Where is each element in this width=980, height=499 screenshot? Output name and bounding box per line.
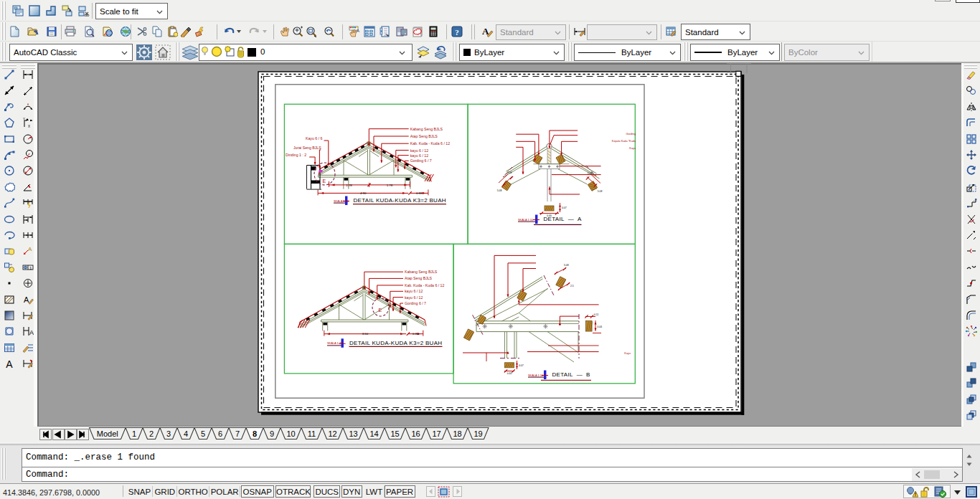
svg-text:16: 16 (411, 429, 420, 438)
svg-text:5.08: 5.08 (588, 172, 593, 175)
svg-text:3: 3 (166, 429, 171, 438)
svg-text:?: ? (455, 28, 459, 37)
svg-text:DETAIL — B: DETAIL — B (552, 371, 590, 378)
svg-text:kayu 6 / 12: kayu 6 / 12 (410, 148, 428, 153)
svg-text:17: 17 (432, 429, 440, 438)
svg-text:X: X (28, 125, 30, 128)
svg-text:5.08: 5.08 (507, 171, 512, 174)
svg-text:Kabang Seng BJLS: Kabang Seng BJLS (405, 270, 438, 274)
svg-text:0.80: 0.80 (413, 332, 419, 336)
svg-text:Kepala Kuda *Kuda: Kepala Kuda *Kuda (612, 140, 636, 143)
svg-text:Gording: Gording (626, 133, 636, 136)
svg-text:8: 8 (253, 429, 257, 438)
svg-text:Jurai Seng BJLS: Jurai Seng BJLS (293, 146, 321, 150)
svg-text:6: 6 (218, 429, 222, 438)
svg-text:14: 14 (369, 429, 378, 438)
svg-text:A: A (6, 358, 13, 370)
svg-text:Gording 6 / 7: Gording 6 / 7 (410, 158, 432, 163)
svg-text:Dinding 1 : 2: Dinding 1 : 2 (286, 153, 306, 157)
svg-text:Kabang Seng BJLS: Kabang Seng BJLS (410, 127, 443, 131)
svg-text:Y: Y (23, 118, 25, 121)
svg-text:A: A (28, 246, 32, 252)
svg-text:A: A (24, 295, 29, 304)
svg-text:5: 5 (201, 429, 205, 438)
svg-text:19: 19 (473, 429, 482, 438)
svg-text:12: 12 (328, 429, 336, 438)
svg-text:0.07: 0.07 (562, 206, 567, 209)
svg-text:Kayu 6 / 6: Kayu 6 / 6 (306, 136, 322, 141)
svg-text:DETAIL KUDA-KUDA K3=2 BUAH: DETAIL KUDA-KUDA K3=2 BUAH (354, 197, 446, 204)
svg-text:DETAIL — A: DETAIL — A (544, 216, 583, 222)
svg-text:0.07: 0.07 (519, 364, 524, 367)
svg-text:11: 11 (308, 429, 316, 438)
svg-text:5.08: 5.08 (497, 189, 502, 192)
svg-text:A: A (357, 29, 359, 33)
svg-text:15: 15 (390, 429, 399, 438)
svg-text:7: 7 (235, 429, 240, 438)
svg-text:1.78: 1.78 (387, 184, 393, 187)
svg-text:Gording 6 / 7: Gording 6 / 7 (405, 301, 426, 305)
svg-text:3.50: 3.50 (362, 332, 369, 336)
svg-text:kayu 6 / 12: kayu 6 / 12 (405, 295, 423, 300)
svg-text:kayu 6 / 12: kayu 6 / 12 (410, 153, 428, 158)
svg-text:0.44: 0.44 (598, 325, 603, 328)
svg-text:5.08: 5.08 (564, 264, 569, 267)
svg-text:kayu 6 / 12: kayu 6 / 12 (405, 289, 423, 293)
svg-text:0.11: 0.11 (594, 313, 598, 316)
svg-text:2.5: 2.5 (570, 285, 574, 287)
svg-text:2: 2 (149, 429, 154, 438)
svg-text:DETAIL KUDA-KUDA K3=2 BUAH: DETAIL KUDA-KUDA K3=2 BUAH (349, 340, 442, 346)
svg-text:Kab. Kuda - Kuda 6 / 12: Kab. Kuda - Kuda 6 / 12 (410, 141, 450, 146)
svg-text:1.78: 1.78 (346, 184, 352, 187)
svg-text:18: 18 (453, 429, 461, 438)
svg-text:0.88: 0.88 (416, 191, 423, 195)
svg-text:4: 4 (184, 429, 188, 438)
svg-text:Kab. Kuda - Kuda 6 / 12: Kab. Kuda - Kuda 6 / 12 (405, 283, 444, 287)
svg-text:E: E (323, 179, 326, 184)
svg-text:5.08: 5.08 (598, 190, 603, 193)
svg-text:SKALA 1:10: SKALA 1:10 (528, 374, 544, 377)
svg-text:4.90: 4.90 (360, 191, 367, 195)
svg-text:13: 13 (349, 429, 357, 438)
svg-text:9: 9 (270, 429, 274, 438)
svg-text:Atap Seng BJLS: Atap Seng BJLS (405, 276, 433, 280)
svg-text:1: 1 (132, 429, 136, 438)
svg-text:0.40: 0.40 (507, 372, 512, 375)
svg-text:E: E (379, 308, 382, 313)
svg-text:Atap Seng BJLS: Atap Seng BJLS (410, 134, 438, 138)
svg-text:!: ! (915, 492, 916, 497)
svg-text:10: 10 (286, 429, 295, 438)
svg-text:Model: Model (97, 429, 118, 438)
svg-text:Kayu: Kayu (629, 147, 636, 150)
svg-text:Kayu: Kayu (624, 352, 631, 355)
svg-text:SKALA 1:10: SKALA 1:10 (518, 218, 534, 222)
svg-text:A: A (29, 329, 34, 336)
